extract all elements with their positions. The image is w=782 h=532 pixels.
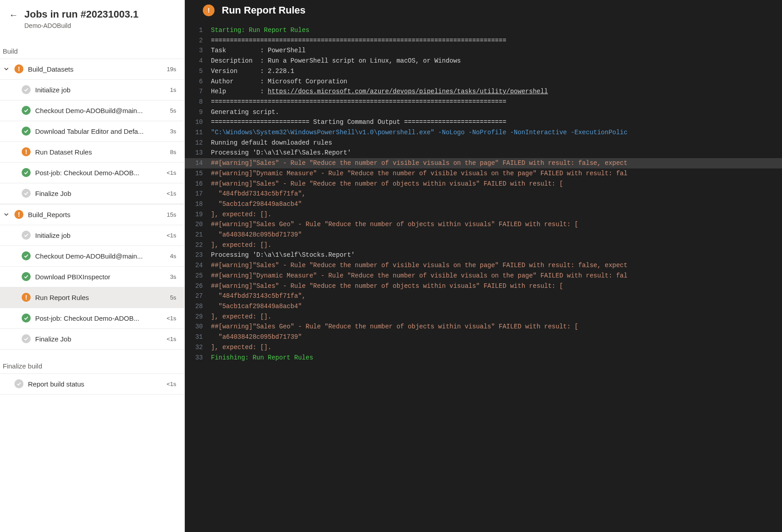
- chevron-down-icon[interactable]: [3, 66, 10, 72]
- line-number: 33: [185, 353, 211, 363]
- line-content: "484fbdd73143c5bf71fa",: [211, 189, 773, 199]
- line-number: 23: [185, 250, 211, 260]
- help-link[interactable]: https://docs.microsoft.com/azure/devops/…: [268, 88, 548, 95]
- step-name: Finalize Job: [35, 190, 162, 197]
- line-number: 32: [185, 342, 211, 353]
- log-line[interactable]: 11"C:\Windows\System32\WindowsPowerShell…: [185, 127, 782, 138]
- log-line[interactable]: 23Processing 'D:\a\1\self\Stocks.Report': [185, 250, 782, 260]
- log-line[interactable]: 24##[warning]"Sales" - Rule "Reduce the …: [185, 260, 782, 271]
- line-content: Processing 'D:\a\1\self\Sales.Report': [211, 148, 773, 158]
- line-number: 2: [185, 36, 211, 46]
- pipeline-name: Demo-ADOBuild: [24, 22, 138, 29]
- line-content: Starting: Run Report Rules: [211, 25, 773, 36]
- log-line[interactable]: 19], expected: [].: [185, 209, 782, 220]
- job-duration: 19s: [167, 66, 178, 73]
- step-row[interactable]: Finalize Job<1s: [0, 329, 184, 350]
- step-row[interactable]: Checkout Demo-ADOBuild@main...5s: [0, 100, 184, 121]
- success-icon: [22, 127, 31, 136]
- log-line[interactable]: 14##[warning]"Sales" - Rule "Reduce the …: [185, 158, 782, 168]
- log-line[interactable]: 26##[warning]"Sales" - Rule "Reduce the …: [185, 281, 782, 291]
- line-number: 28: [185, 301, 211, 312]
- log-line[interactable]: 6Author : Microsoft Corporation: [185, 77, 782, 87]
- log-line[interactable]: 5Version : 2.228.1: [185, 66, 782, 77]
- log-panel: ! Run Report Rules 1Starting: Run Report…: [185, 0, 782, 532]
- step-row[interactable]: Initialize job<1s: [0, 225, 184, 246]
- line-number: 13: [185, 148, 211, 158]
- line-content: Finishing: Run Report Rules: [211, 353, 773, 363]
- log-line[interactable]: 3Task : PowerShell: [185, 45, 782, 56]
- log-line[interactable]: 13Processing 'D:\a\1\self\Sales.Report': [185, 148, 782, 158]
- log-line[interactable]: 20##[warning]"Sales Geo" - Rule "Reduce …: [185, 219, 782, 230]
- job-row[interactable]: !Build_Reports15s: [0, 205, 184, 225]
- log-line[interactable]: 9Generating script.: [185, 107, 782, 118]
- log-line[interactable]: 15##[warning]"Dynamic Measure" - Rule "R…: [185, 168, 782, 179]
- step-name: Initialize job: [35, 232, 162, 239]
- step-name: Checkout Demo-ADOBuild@main...: [35, 252, 165, 260]
- line-content: Help : https://docs.microsoft.com/azure/…: [211, 86, 773, 97]
- step-row[interactable]: Download Tabular Editor and Defa...3s: [0, 121, 184, 142]
- step-row[interactable]: Post-job: Checkout Demo-ADOB...<1s: [0, 163, 184, 183]
- line-content: Running default downloaded rules: [211, 138, 773, 148]
- neutral-icon: [14, 379, 23, 388]
- step-row[interactable]: !Run Report Rules5s: [0, 287, 184, 308]
- step-name: Post-job: Checkout Demo-ADOB...: [35, 169, 162, 177]
- line-number: 6: [185, 77, 211, 87]
- step-duration: <1s: [167, 169, 178, 176]
- log-line[interactable]: 7Help : https://docs.microsoft.com/azure…: [185, 86, 782, 97]
- log-line[interactable]: 31 "a64038428c095bd71739": [185, 332, 782, 342]
- step-row[interactable]: !Run Dataset Rules8s: [0, 142, 184, 163]
- neutral-icon: [22, 189, 31, 198]
- log-line[interactable]: 1Starting: Run Report Rules: [185, 25, 782, 36]
- line-content: ========================================…: [211, 36, 773, 46]
- success-icon: [22, 106, 31, 115]
- line-number: 7: [185, 86, 211, 97]
- warning-icon: !: [22, 147, 31, 156]
- line-content: Author : Microsoft Corporation: [211, 77, 773, 87]
- log-line[interactable]: 18 "5acb1caf298449a8acb4": [185, 199, 782, 209]
- step-row[interactable]: Finalize Job<1s: [0, 183, 184, 204]
- chevron-down-icon[interactable]: [3, 212, 10, 217]
- log-line[interactable]: 30##[warning]"Sales Geo" - Rule "Reduce …: [185, 322, 782, 332]
- log-line[interactable]: 12Running default downloaded rules: [185, 138, 782, 148]
- log-line[interactable]: 25##[warning]"Dynamic Measure" - Rule "R…: [185, 271, 782, 281]
- step-row[interactable]: Initialize job1s: [0, 80, 184, 100]
- back-arrow-icon[interactable]: ←: [9, 8, 18, 20]
- log-line[interactable]: 17 "484fbdd73143c5bf71fa",: [185, 189, 782, 199]
- run-title: Jobs in run #20231003.1: [24, 8, 138, 21]
- job-duration: 15s: [167, 211, 178, 218]
- log-line[interactable]: 4Description : Run a PowerShell script o…: [185, 56, 782, 66]
- line-number: 8: [185, 97, 211, 107]
- neutral-icon: [22, 334, 31, 343]
- log-header: ! Run Report Rules: [185, 0, 782, 25]
- log-line[interactable]: 28 "5acb1caf298449a8acb4": [185, 301, 782, 312]
- neutral-icon: [22, 231, 31, 240]
- step-row[interactable]: Download PBIXInspector3s: [0, 267, 184, 287]
- log-title: Run Report Rules: [222, 5, 306, 16]
- step-duration: <1s: [167, 381, 178, 387]
- log-line[interactable]: 8=======================================…: [185, 97, 782, 107]
- log-body[interactable]: 1Starting: Run Report Rules2============…: [185, 25, 782, 381]
- warning-icon: !: [14, 210, 23, 219]
- line-content: ========================================…: [211, 97, 773, 107]
- log-line[interactable]: 16##[warning]"Sales" - Rule "Reduce the …: [185, 179, 782, 189]
- line-content: "5acb1caf298449a8acb4": [211, 301, 773, 312]
- log-line[interactable]: 10========================== Starting Co…: [185, 117, 782, 127]
- log-line[interactable]: 29], expected: [].: [185, 312, 782, 322]
- log-line[interactable]: 22], expected: [].: [185, 240, 782, 250]
- log-line[interactable]: 2=======================================…: [185, 36, 782, 46]
- line-number: 29: [185, 312, 211, 322]
- log-line[interactable]: 33Finishing: Run Report Rules: [185, 353, 782, 363]
- stage-label: Build: [0, 35, 184, 59]
- log-line[interactable]: 32], expected: [].: [185, 342, 782, 353]
- line-content: Description : Run a PowerShell script on…: [211, 56, 773, 66]
- log-line[interactable]: 27 "484fbdd73143c5bf71fa",: [185, 291, 782, 301]
- line-number: 31: [185, 332, 211, 342]
- job-name: Build_Reports: [28, 211, 162, 218]
- job-row[interactable]: !Build_Datasets19s: [0, 59, 184, 80]
- line-content: "a64038428c095bd71739": [211, 332, 773, 342]
- step-name: Checkout Demo-ADOBuild@main...: [35, 107, 165, 114]
- step-row[interactable]: Report build status<1s: [0, 374, 184, 395]
- step-row[interactable]: Post-job: Checkout Demo-ADOB...<1s: [0, 308, 184, 329]
- log-line[interactable]: 21 "a64038428c095bd71739": [185, 230, 782, 240]
- step-row[interactable]: Checkout Demo-ADOBuild@main...4s: [0, 246, 184, 267]
